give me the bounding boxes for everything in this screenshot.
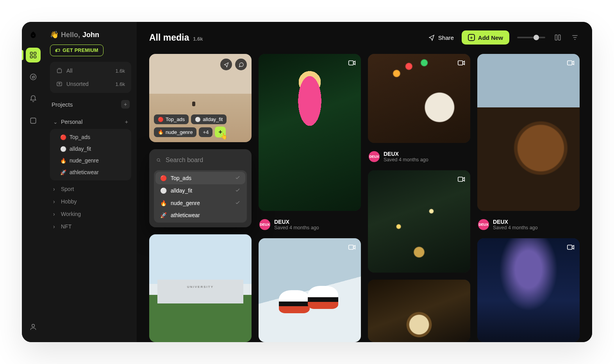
media-tag[interactable]: 🔴Top_ads bbox=[154, 114, 189, 124]
view-columns-button[interactable] bbox=[553, 33, 562, 42]
rail-explore[interactable] bbox=[26, 70, 41, 84]
filter-button[interactable] bbox=[570, 33, 580, 42]
project-item[interactable]: ›Hobby bbox=[50, 195, 131, 208]
library-block: All 1.6k Unsorted 1.6k bbox=[50, 62, 131, 93]
wave-emoji: 👋 bbox=[50, 30, 59, 39]
media-thumbnail: 🔴Top_ads⚪allday_fit🔥nude_genre+4+👆 bbox=[149, 54, 252, 142]
author-avatar: DEUX bbox=[369, 151, 380, 162]
media-card[interactable]: 🔴Top_ads⚪allday_fit🔥nude_genre+4+👆 bbox=[149, 54, 252, 142]
subproject-item[interactable]: 🚀athleticwear bbox=[52, 166, 130, 178]
rail-profile[interactable] bbox=[26, 319, 41, 334]
add-project-button[interactable]: + bbox=[121, 100, 130, 109]
media-card[interactable] bbox=[477, 238, 580, 342]
media-tag[interactable]: ⚪allday_fit bbox=[191, 114, 227, 124]
media-meta: DEUX DEUX Saved 4 months ago bbox=[259, 218, 361, 231]
check-icon bbox=[235, 175, 241, 182]
sidebar: 👋 Hello, John 🏷 GET PREMIUM All 1.6k Uns… bbox=[45, 22, 137, 342]
subproject-label: athleticwear bbox=[70, 169, 99, 175]
media-tag[interactable]: 🔥nude_genre bbox=[154, 127, 196, 137]
media-thumbnail bbox=[368, 280, 470, 342]
svg-rect-7 bbox=[30, 118, 36, 123]
project-item[interactable]: ⌄Personal+ bbox=[50, 116, 131, 128]
project-item[interactable]: ›Working bbox=[50, 208, 131, 220]
app-logo bbox=[28, 30, 39, 41]
media-thumbnail bbox=[477, 54, 580, 211]
rail-notifications[interactable] bbox=[26, 91, 41, 106]
svg-point-5 bbox=[30, 74, 36, 80]
media-card[interactable] bbox=[259, 238, 361, 342]
media-thumbnail bbox=[477, 238, 580, 342]
board-option[interactable]: 🚀athleticwear bbox=[155, 209, 245, 221]
author-name: DEUX bbox=[493, 219, 538, 225]
card-comment-button[interactable] bbox=[235, 59, 247, 70]
more-tags-button[interactable]: +4 bbox=[199, 127, 212, 137]
option-label: Top_ads bbox=[171, 175, 191, 181]
option-label: allday_fit bbox=[171, 187, 192, 194]
svg-rect-19 bbox=[568, 245, 572, 250]
media-thumbnail bbox=[259, 238, 361, 342]
chevron-right-icon: › bbox=[53, 223, 58, 230]
project-label: Personal bbox=[61, 119, 82, 125]
tag-emoji: ⚪ bbox=[195, 117, 201, 122]
library-unsorted[interactable]: Unsorted 1.6k bbox=[52, 77, 129, 91]
check-icon bbox=[235, 187, 241, 194]
project-item[interactable]: ›Sport bbox=[50, 183, 131, 195]
greeting: 👋 Hello, John bbox=[50, 30, 131, 39]
board-search-input[interactable] bbox=[165, 156, 245, 164]
media-card[interactable] bbox=[477, 54, 580, 211]
author-avatar: DEUX bbox=[478, 219, 489, 230]
svg-marker-6 bbox=[32, 76, 35, 79]
saved-time: Saved 4 months ago bbox=[384, 157, 428, 162]
main-area: All media 1.6k Share + Add New bbox=[137, 22, 592, 342]
svg-rect-18 bbox=[568, 61, 572, 65]
library-all-count: 1.6k bbox=[115, 68, 125, 74]
media-thumbnail bbox=[368, 54, 470, 143]
svg-rect-14 bbox=[349, 61, 353, 65]
video-icon bbox=[348, 243, 356, 253]
tag-label: Top_ads bbox=[166, 116, 185, 122]
author-name: DEUX bbox=[274, 219, 319, 225]
board-option[interactable]: ⚪allday_fit bbox=[155, 184, 245, 197]
option-label: athleticwear bbox=[171, 212, 200, 218]
media-card[interactable] bbox=[259, 54, 361, 211]
subproject-item[interactable]: 🔥nude_genre bbox=[52, 155, 130, 166]
media-card[interactable] bbox=[149, 234, 252, 342]
author-name: DEUX bbox=[384, 151, 428, 157]
tag-label: allday_fit bbox=[203, 116, 223, 122]
add-tag-button[interactable]: +👆 bbox=[215, 127, 226, 137]
check-icon bbox=[235, 200, 241, 207]
project-emoji: ⚪ bbox=[60, 146, 66, 152]
cursor-icon: 👆 bbox=[220, 133, 228, 140]
library-unsorted-label: Unsorted bbox=[66, 81, 89, 87]
share-button[interactable]: Share bbox=[428, 34, 454, 41]
library-all[interactable]: All 1.6k bbox=[52, 64, 129, 77]
media-card[interactable] bbox=[368, 170, 470, 273]
rail-dashboard[interactable] bbox=[26, 48, 41, 62]
zoom-slider[interactable] bbox=[517, 37, 545, 38]
project-item[interactable]: ›NFT bbox=[50, 220, 131, 233]
board-option[interactable]: 🔴Top_ads bbox=[155, 172, 245, 184]
card-share-button[interactable] bbox=[220, 59, 232, 70]
tag-icon: 🏷 bbox=[55, 48, 60, 53]
rail-extension[interactable] bbox=[26, 113, 41, 128]
premium-label: GET PREMIUM bbox=[62, 48, 98, 53]
tag-emoji: 🔥 bbox=[158, 129, 164, 135]
svg-point-13 bbox=[157, 159, 160, 161]
media-card[interactable] bbox=[368, 54, 470, 143]
svg-rect-4 bbox=[34, 56, 36, 58]
library-unsorted-count: 1.6k bbox=[115, 81, 125, 87]
get-premium-button[interactable]: 🏷 GET PREMIUM bbox=[50, 45, 104, 56]
video-icon bbox=[566, 59, 575, 69]
add-new-button[interactable]: + Add New bbox=[462, 30, 509, 45]
video-icon bbox=[566, 243, 575, 253]
subproject-item[interactable]: ⚪allday_fit bbox=[52, 143, 130, 155]
svg-rect-2 bbox=[34, 52, 36, 55]
subproject-item[interactable]: 🔴Top_ads bbox=[52, 131, 130, 143]
chevron-right-icon: › bbox=[53, 198, 58, 205]
share-icon bbox=[428, 34, 435, 41]
media-card[interactable] bbox=[368, 280, 470, 342]
add-subproject-button[interactable]: + bbox=[125, 119, 128, 125]
board-option[interactable]: 🔥nude_genre bbox=[155, 197, 245, 209]
projects-title: Projects bbox=[52, 101, 73, 108]
video-icon bbox=[457, 59, 466, 69]
